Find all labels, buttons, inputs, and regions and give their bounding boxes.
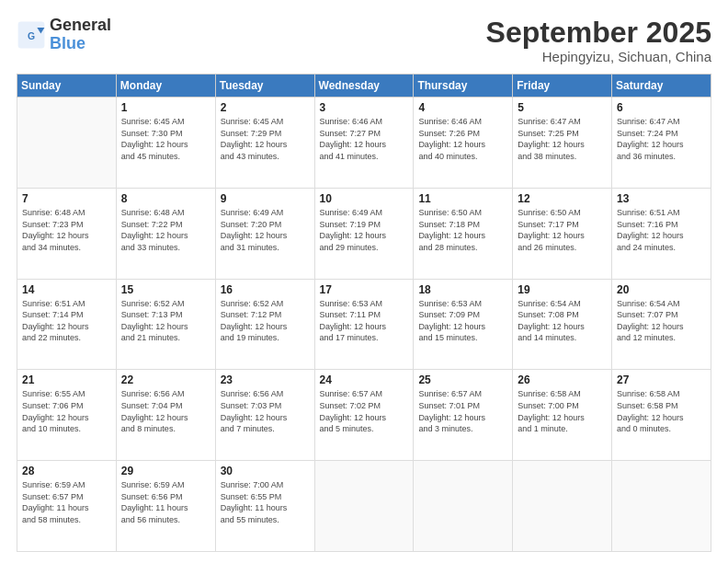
day-info: Sunrise: 6:59 AM Sunset: 6:56 PM Dayligh… bbox=[121, 479, 210, 525]
day-info: Sunrise: 6:49 AM Sunset: 7:19 PM Dayligh… bbox=[320, 207, 409, 253]
logo-icon: G bbox=[17, 20, 46, 50]
day-cell: 2Sunrise: 6:45 AM Sunset: 7:29 PM Daylig… bbox=[215, 98, 314, 189]
day-number: 14 bbox=[22, 283, 111, 296]
day-number: 9 bbox=[221, 192, 310, 205]
day-cell: 21Sunrise: 6:55 AM Sunset: 7:06 PM Dayli… bbox=[17, 370, 117, 461]
day-cell bbox=[513, 461, 612, 552]
day-cell: 11Sunrise: 6:50 AM Sunset: 7:18 PM Dayli… bbox=[414, 188, 513, 279]
day-cell: 7Sunrise: 6:48 AM Sunset: 7:23 PM Daylig… bbox=[17, 188, 117, 279]
logo-line1: General bbox=[50, 17, 111, 35]
day-info: Sunrise: 6:52 AM Sunset: 7:13 PM Dayligh… bbox=[121, 298, 210, 344]
day-info: Sunrise: 6:57 AM Sunset: 7:02 PM Dayligh… bbox=[320, 388, 409, 434]
header-thursday: Thursday bbox=[414, 75, 513, 98]
day-info: Sunrise: 6:52 AM Sunset: 7:12 PM Dayligh… bbox=[221, 298, 310, 344]
day-cell: 23Sunrise: 6:56 AM Sunset: 7:03 PM Dayli… bbox=[215, 370, 314, 461]
day-info: Sunrise: 6:49 AM Sunset: 7:20 PM Dayligh… bbox=[221, 207, 310, 253]
day-number: 27 bbox=[617, 373, 706, 386]
day-cell bbox=[17, 98, 117, 189]
location: Hepingyizu, Sichuan, China bbox=[486, 49, 711, 64]
day-number: 26 bbox=[518, 373, 607, 386]
day-number: 6 bbox=[617, 101, 706, 114]
day-number: 22 bbox=[121, 373, 210, 386]
day-cell: 9Sunrise: 6:49 AM Sunset: 7:20 PM Daylig… bbox=[215, 188, 314, 279]
day-info: Sunrise: 6:58 AM Sunset: 6:58 PM Dayligh… bbox=[617, 388, 706, 434]
day-info: Sunrise: 6:46 AM Sunset: 7:27 PM Dayligh… bbox=[320, 116, 409, 162]
week-row-1: 1Sunrise: 6:45 AM Sunset: 7:30 PM Daylig… bbox=[17, 98, 711, 189]
logo-line2: Blue bbox=[50, 35, 111, 53]
day-cell: 6Sunrise: 6:47 AM Sunset: 7:24 PM Daylig… bbox=[612, 98, 711, 189]
day-cell: 27Sunrise: 6:58 AM Sunset: 6:58 PM Dayli… bbox=[612, 370, 711, 461]
day-cell: 22Sunrise: 6:56 AM Sunset: 7:04 PM Dayli… bbox=[116, 370, 215, 461]
week-row-2: 7Sunrise: 6:48 AM Sunset: 7:23 PM Daylig… bbox=[17, 188, 711, 279]
day-number: 20 bbox=[617, 283, 706, 296]
day-number: 17 bbox=[320, 283, 409, 296]
day-number: 29 bbox=[121, 465, 210, 477]
day-number: 2 bbox=[221, 101, 310, 114]
day-info: Sunrise: 6:47 AM Sunset: 7:24 PM Dayligh… bbox=[617, 116, 706, 162]
header-wednesday: Wednesday bbox=[314, 75, 414, 98]
day-cell: 25Sunrise: 6:57 AM Sunset: 7:01 PM Dayli… bbox=[414, 370, 513, 461]
weekday-header-row: Sunday Monday Tuesday Wednesday Thursday… bbox=[17, 75, 711, 98]
day-info: Sunrise: 6:46 AM Sunset: 7:26 PM Dayligh… bbox=[418, 116, 507, 162]
day-cell: 18Sunrise: 6:53 AM Sunset: 7:09 PM Dayli… bbox=[414, 279, 513, 370]
day-info: Sunrise: 6:50 AM Sunset: 7:17 PM Dayligh… bbox=[518, 207, 607, 253]
header-tuesday: Tuesday bbox=[215, 75, 314, 98]
calendar-body: 1Sunrise: 6:45 AM Sunset: 7:30 PM Daylig… bbox=[17, 98, 711, 552]
day-cell: 17Sunrise: 6:53 AM Sunset: 7:11 PM Dayli… bbox=[314, 279, 414, 370]
header-right: September 2025 Hepingyizu, Sichuan, Chin… bbox=[486, 17, 711, 64]
day-number: 30 bbox=[221, 465, 310, 477]
day-cell: 26Sunrise: 6:58 AM Sunset: 7:00 PM Dayli… bbox=[513, 370, 612, 461]
header-sunday: Sunday bbox=[17, 75, 117, 98]
day-cell: 16Sunrise: 6:52 AM Sunset: 7:12 PM Dayli… bbox=[215, 279, 314, 370]
header-friday: Friday bbox=[513, 75, 612, 98]
day-info: Sunrise: 6:51 AM Sunset: 7:16 PM Dayligh… bbox=[617, 207, 706, 253]
day-number: 4 bbox=[418, 101, 507, 114]
day-info: Sunrise: 6:58 AM Sunset: 7:00 PM Dayligh… bbox=[518, 388, 607, 434]
day-cell: 5Sunrise: 6:47 AM Sunset: 7:25 PM Daylig… bbox=[513, 98, 612, 189]
day-number: 12 bbox=[518, 192, 607, 205]
day-info: Sunrise: 6:45 AM Sunset: 7:29 PM Dayligh… bbox=[221, 116, 310, 162]
top-section: G General Blue September 2025 Hepingyizu… bbox=[17, 17, 711, 64]
day-cell: 24Sunrise: 6:57 AM Sunset: 7:02 PM Dayli… bbox=[314, 370, 414, 461]
day-info: Sunrise: 6:54 AM Sunset: 7:07 PM Dayligh… bbox=[617, 298, 706, 344]
day-cell: 14Sunrise: 6:51 AM Sunset: 7:14 PM Dayli… bbox=[17, 279, 117, 370]
day-info: Sunrise: 6:53 AM Sunset: 7:11 PM Dayligh… bbox=[320, 298, 409, 344]
day-info: Sunrise: 6:48 AM Sunset: 7:23 PM Dayligh… bbox=[22, 207, 111, 253]
day-cell bbox=[612, 461, 711, 552]
day-info: Sunrise: 6:53 AM Sunset: 7:09 PM Dayligh… bbox=[418, 298, 507, 344]
day-cell: 30Sunrise: 7:00 AM Sunset: 6:55 PM Dayli… bbox=[215, 461, 314, 552]
day-number: 18 bbox=[418, 283, 507, 296]
day-cell: 19Sunrise: 6:54 AM Sunset: 7:08 PM Dayli… bbox=[513, 279, 612, 370]
day-info: Sunrise: 6:56 AM Sunset: 7:04 PM Dayligh… bbox=[121, 388, 210, 434]
day-number: 3 bbox=[320, 101, 409, 114]
month-title: September 2025 bbox=[486, 17, 711, 49]
day-number: 11 bbox=[418, 192, 507, 205]
day-info: Sunrise: 7:00 AM Sunset: 6:55 PM Dayligh… bbox=[221, 479, 310, 525]
day-number: 23 bbox=[221, 373, 310, 386]
svg-text:G: G bbox=[28, 31, 35, 41]
calendar-page: G General Blue September 2025 Hepingyizu… bbox=[0, 0, 728, 563]
day-info: Sunrise: 6:51 AM Sunset: 7:14 PM Dayligh… bbox=[22, 298, 111, 344]
day-info: Sunrise: 6:47 AM Sunset: 7:25 PM Dayligh… bbox=[518, 116, 607, 162]
day-number: 5 bbox=[518, 101, 607, 114]
day-cell: 28Sunrise: 6:59 AM Sunset: 6:57 PM Dayli… bbox=[17, 461, 117, 552]
day-cell: 3Sunrise: 6:46 AM Sunset: 7:27 PM Daylig… bbox=[314, 98, 414, 189]
header-saturday: Saturday bbox=[612, 75, 711, 98]
day-number: 15 bbox=[121, 283, 210, 296]
day-cell: 29Sunrise: 6:59 AM Sunset: 6:56 PM Dayli… bbox=[116, 461, 215, 552]
day-cell: 13Sunrise: 6:51 AM Sunset: 7:16 PM Dayli… bbox=[612, 188, 711, 279]
day-cell: 12Sunrise: 6:50 AM Sunset: 7:17 PM Dayli… bbox=[513, 188, 612, 279]
day-cell: 20Sunrise: 6:54 AM Sunset: 7:07 PM Dayli… bbox=[612, 279, 711, 370]
day-number: 16 bbox=[221, 283, 310, 296]
calendar-table: Sunday Monday Tuesday Wednesday Thursday… bbox=[17, 74, 711, 552]
day-cell: 8Sunrise: 6:48 AM Sunset: 7:22 PM Daylig… bbox=[116, 188, 215, 279]
day-info: Sunrise: 6:55 AM Sunset: 7:06 PM Dayligh… bbox=[22, 388, 111, 434]
week-row-5: 28Sunrise: 6:59 AM Sunset: 6:57 PM Dayli… bbox=[17, 461, 711, 552]
day-cell: 1Sunrise: 6:45 AM Sunset: 7:30 PM Daylig… bbox=[116, 98, 215, 189]
day-cell: 4Sunrise: 6:46 AM Sunset: 7:26 PM Daylig… bbox=[414, 98, 513, 189]
day-number: 28 bbox=[22, 465, 111, 477]
day-cell bbox=[414, 461, 513, 552]
day-number: 25 bbox=[418, 373, 507, 386]
day-info: Sunrise: 6:54 AM Sunset: 7:08 PM Dayligh… bbox=[518, 298, 607, 344]
day-info: Sunrise: 6:57 AM Sunset: 7:01 PM Dayligh… bbox=[418, 388, 507, 434]
